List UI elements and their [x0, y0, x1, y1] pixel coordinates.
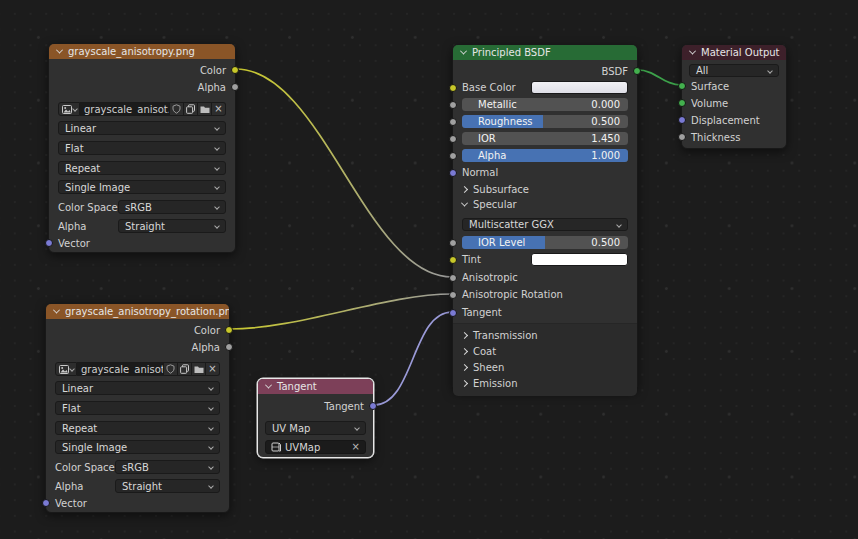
- close-icon: ×: [214, 104, 222, 114]
- socket-tangent-output[interactable]: [369, 402, 377, 410]
- interpolation-dropdown[interactable]: Linear: [58, 121, 226, 135]
- socket-alpha-output[interactable]: [231, 83, 239, 91]
- extension-dropdown[interactable]: Repeat: [55, 421, 220, 435]
- socket-bsdf-output[interactable]: [633, 67, 641, 75]
- node-image-texture-anisotropy-rotation[interactable]: grayscale_anisotropy_rotation.png Color …: [45, 303, 230, 513]
- socket-surface-input[interactable]: [678, 82, 686, 90]
- chevron-down-icon: [461, 199, 468, 206]
- source-dropdown[interactable]: Single Image: [58, 180, 226, 194]
- image-icon: [59, 365, 69, 374]
- color-space-dropdown[interactable]: sRGB: [115, 460, 220, 474]
- socket-ior-input[interactable]: [449, 135, 457, 143]
- input-label-vector: Vector: [55, 498, 87, 509]
- socket-anisotropic-rotation-input[interactable]: [449, 291, 457, 299]
- open-file-button[interactable]: [198, 102, 212, 116]
- link-bsdf-to-surface[interactable]: [638, 70, 681, 85]
- panel-coat[interactable]: Coat: [453, 344, 637, 358]
- output-label-color: Color: [194, 325, 220, 336]
- unlink-button[interactable]: ×: [212, 102, 226, 116]
- socket-vector-input[interactable]: [42, 499, 50, 507]
- projection-dropdown[interactable]: Flat: [55, 401, 220, 415]
- node-header[interactable]: Principled BSDF: [453, 45, 637, 60]
- panel-subsurface[interactable]: Subsurface: [453, 182, 637, 196]
- socket-vector-input[interactable]: [45, 239, 53, 247]
- distribution-dropdown[interactable]: Multiscatter GGX: [462, 218, 628, 231]
- base-color-swatch[interactable]: [531, 81, 628, 94]
- duplicate-button[interactable]: [178, 362, 192, 376]
- node-header[interactable]: Material Output: [682, 45, 786, 60]
- socket-ior-level-input[interactable]: [449, 239, 457, 247]
- ior-level-slider[interactable]: IOR Level 0.500: [462, 236, 628, 249]
- node-material-output[interactable]: Material Output All Surface Volume Displ…: [681, 44, 787, 149]
- link-tangent-to-tangent[interactable]: [374, 312, 452, 405]
- image-browse-button[interactable]: [55, 362, 77, 376]
- chevron-down-icon: [208, 405, 214, 411]
- panel-emission[interactable]: Emission: [453, 376, 637, 390]
- chevron-down-icon[interactable]: [56, 47, 63, 54]
- chevron-down-icon: [208, 425, 214, 431]
- node-title: Tangent: [277, 381, 317, 392]
- node-principled-bsdf[interactable]: Principled BSDF BSDF Base Color Metallic…: [452, 44, 638, 391]
- socket-color-output[interactable]: [225, 326, 233, 334]
- socket-volume-input[interactable]: [678, 99, 686, 107]
- socket-displacement-input[interactable]: [678, 116, 686, 124]
- chevron-down-icon[interactable]: [53, 307, 60, 314]
- chevron-down-icon: [208, 483, 214, 489]
- socket-roughness-input[interactable]: [449, 118, 457, 126]
- projection-dropdown[interactable]: Flat: [58, 141, 226, 155]
- panel-transmission[interactable]: Transmission: [453, 328, 637, 342]
- ior-slider[interactable]: IOR 1.450: [462, 132, 628, 145]
- image-name-field[interactable]: grayscale_anisot...: [80, 102, 170, 116]
- node-tangent[interactable]: Tangent Tangent UV Map UVMap ×: [257, 378, 374, 458]
- node-header[interactable]: grayscale_anisotropy.png: [49, 44, 235, 59]
- fake-user-button[interactable]: [170, 102, 184, 116]
- extension-dropdown[interactable]: Repeat: [58, 161, 226, 175]
- fake-user-button[interactable]: [164, 362, 178, 376]
- uv-map-field[interactable]: UVMap ×: [265, 440, 366, 454]
- input-label-normal: Normal: [462, 167, 498, 178]
- open-file-button[interactable]: [192, 362, 206, 376]
- panel-sheen[interactable]: Sheen: [453, 360, 637, 374]
- source-dropdown[interactable]: Single Image: [55, 440, 220, 454]
- chevron-down-icon[interactable]: [265, 382, 272, 389]
- alpha-mode-dropdown[interactable]: Straight: [115, 479, 220, 493]
- alpha-mode-dropdown[interactable]: Straight: [118, 219, 226, 233]
- metallic-slider[interactable]: Metallic 0.000: [462, 98, 628, 111]
- chevron-down-icon[interactable]: [460, 48, 467, 55]
- alpha-slider[interactable]: Alpha 1.000: [462, 149, 628, 162]
- color-space-dropdown[interactable]: sRGB: [118, 200, 226, 214]
- socket-alpha-input[interactable]: [449, 152, 457, 160]
- duplicate-button[interactable]: [184, 102, 198, 116]
- link-color-to-anisotropic[interactable]: [236, 69, 452, 277]
- panel-specular[interactable]: Specular: [453, 197, 637, 211]
- unlink-button[interactable]: ×: [206, 362, 220, 376]
- node-header[interactable]: Tangent: [258, 379, 373, 394]
- socket-tint-input[interactable]: [449, 256, 457, 264]
- socket-normal-input[interactable]: [449, 169, 457, 177]
- image-name-field[interactable]: grayscale_anisot...: [77, 362, 164, 376]
- tangent-direction-dropdown[interactable]: UV Map: [265, 421, 366, 435]
- tint-swatch[interactable]: [531, 253, 628, 266]
- node-image-texture-anisotropy[interactable]: grayscale_anisotropy.png Color Alpha gra…: [48, 43, 236, 253]
- socket-base-color-input[interactable]: [449, 84, 457, 92]
- collapsed-panels: Transmission Coat Sheen Emission: [453, 323, 637, 396]
- roughness-slider[interactable]: Roughness 0.500: [462, 115, 628, 128]
- socket-tangent-input[interactable]: [449, 309, 457, 317]
- image-browse-button[interactable]: [58, 102, 80, 116]
- chevron-down-icon[interactable]: [689, 48, 696, 55]
- interpolation-dropdown[interactable]: Linear: [55, 381, 220, 395]
- socket-thickness-input[interactable]: [678, 133, 686, 141]
- chevron-right-icon: [461, 379, 468, 386]
- close-icon[interactable]: ×: [352, 442, 360, 452]
- input-label-anisotropic-rotation: Anisotropic Rotation: [462, 289, 563, 300]
- target-dropdown[interactable]: All: [689, 64, 779, 77]
- link-color-to-anisotropic-rotation[interactable]: [230, 294, 452, 329]
- socket-metallic-input[interactable]: [449, 101, 457, 109]
- socket-anisotropic-input[interactable]: [449, 274, 457, 282]
- alpha-mode-label: Alpha: [58, 221, 118, 232]
- node-header[interactable]: grayscale_anisotropy_rotation.png: [46, 304, 229, 319]
- socket-color-output[interactable]: [231, 66, 239, 74]
- socket-alpha-output[interactable]: [225, 343, 233, 351]
- node-editor-canvas[interactable]: grayscale_anisotropy.png Color Alpha gra…: [0, 0, 858, 539]
- node-title: Material Output: [701, 47, 780, 58]
